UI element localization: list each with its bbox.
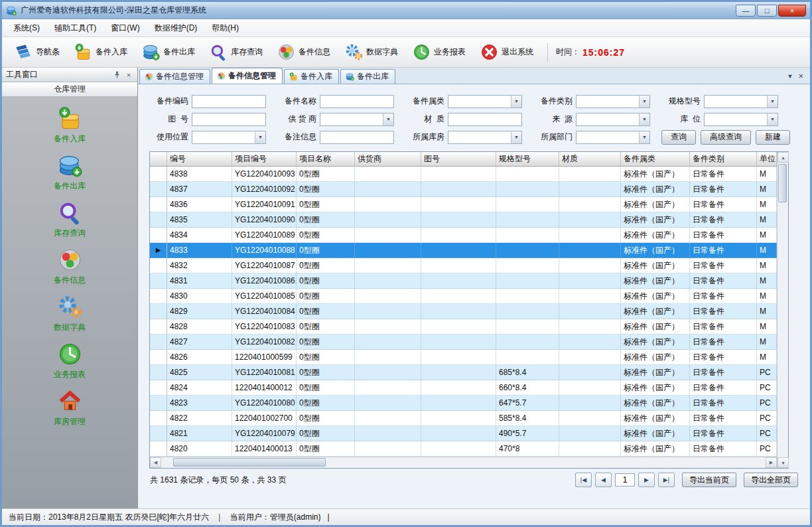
- remark-input[interactable]: [320, 131, 394, 144]
- table-row[interactable]: 4827YG122040100820型圈标准件（国产）日常备件M: [150, 335, 777, 350]
- sidebar-item-parts-in[interactable]: 备件入库: [30, 106, 109, 145]
- table-row[interactable]: 4836YG122040100910型圈标准件（国产）日常备件M: [150, 197, 777, 212]
- location-select[interactable]: ▼: [704, 113, 778, 126]
- export-current-page-button[interactable]: 导出当前页: [682, 473, 736, 487]
- toolbar-button-exit[interactable]: 退出系统: [474, 40, 539, 64]
- table-row[interactable]: 4823YG122040100800型圈647*5.7标准件（国产）日常备件PC: [150, 396, 777, 411]
- table-row[interactable]: 4832YG122040100870型圈标准件（国产）日常备件M: [150, 258, 777, 273]
- material-input[interactable]: [448, 113, 522, 126]
- prev-page-button[interactable]: ◀: [595, 473, 612, 487]
- table-row[interactable]: 4838YG122040100930型圈标准件（国产）日常备件M: [150, 167, 777, 182]
- row-indicator: [150, 228, 167, 243]
- table-row[interactable]: 4835YG122040100900型圈标准件（国产）日常备件M: [150, 212, 777, 228]
- table-row[interactable]: 4831YG122040100860型圈标准件（国产）日常备件M: [150, 273, 777, 289]
- menu-system[interactable]: 系统(S): [6, 20, 47, 37]
- grid-header-cell[interactable]: 材质: [559, 152, 621, 166]
- next-page-button[interactable]: ▶: [638, 473, 655, 487]
- use-position-select[interactable]: ▼: [192, 131, 266, 144]
- table-cell: 4828: [167, 319, 232, 335]
- sidebar-item-parts-info[interactable]: 备件信息: [30, 248, 109, 286]
- tab-list-dropdown-icon[interactable]: ▼: [787, 73, 793, 80]
- table-row[interactable]: 4837YG122040100920型圈标准件（国产）日常备件M: [150, 182, 777, 197]
- table-row[interactable]: 482412204014000120型圈660*8.4标准件（国产）日常备件PC: [150, 380, 777, 396]
- grid-header-cell[interactable]: 编号: [167, 152, 232, 166]
- table-row[interactable]: 482012204014000130型圈470*8标准件（国产）日常备件PC: [150, 441, 777, 457]
- scroll-right-icon[interactable]: ▶: [766, 457, 777, 468]
- toolbar-button-parts-in[interactable]: 备件入库: [68, 40, 133, 64]
- scroll-left-icon[interactable]: ◀: [150, 457, 161, 468]
- new-button[interactable]: 新建: [756, 130, 790, 145]
- parts-name-input[interactable]: [320, 95, 394, 108]
- tab-parts-out[interactable]: 备件出库: [340, 69, 395, 84]
- table-row[interactable]: ▶4833YG122040100880型圈标准件（国产）日常备件M: [150, 243, 777, 258]
- scroll-down-icon[interactable]: ▼: [778, 457, 789, 468]
- toolbar-button-parts-out[interactable]: 备件出库: [136, 40, 201, 64]
- grid-header-cell[interactable]: 项目名称: [297, 152, 355, 166]
- toolbar-button-nav[interactable]: 导航条: [9, 40, 66, 64]
- table-cell: [559, 289, 621, 304]
- grid-header-cell[interactable]: 单位: [757, 152, 777, 166]
- row-indicator: [150, 258, 167, 273]
- toolbar-button-data-dict[interactable]: 数据字典: [339, 40, 404, 64]
- sidebar-item-data-dict[interactable]: 数据字典: [30, 295, 109, 333]
- maximize-button[interactable]: □: [757, 5, 777, 17]
- hscroll-thumb[interactable]: [173, 458, 326, 467]
- tab-parts-in[interactable]: 备件入库: [284, 69, 339, 84]
- vertical-scrollbar[interactable]: ▲ ▼: [777, 152, 788, 468]
- menu-help[interactable]: 帮助(H): [204, 20, 246, 37]
- grid-header-cell[interactable]: 项目编号: [232, 152, 297, 166]
- menu-tools[interactable]: 辅助工具(T): [47, 20, 103, 37]
- grid-header-cell[interactable]: 备件类别: [690, 152, 757, 166]
- advanced-query-button[interactable]: 高级查询: [701, 130, 751, 145]
- parts-type-select[interactable]: ▼: [576, 95, 650, 108]
- warehouse-select[interactable]: ▼: [448, 131, 522, 144]
- source-select[interactable]: ▼: [576, 113, 650, 126]
- menu-window[interactable]: 窗口(W): [103, 20, 147, 37]
- query-button[interactable]: 查询: [661, 130, 696, 145]
- grid-header-cell[interactable]: 供货商: [355, 152, 421, 166]
- last-page-button[interactable]: ▶|: [658, 473, 675, 487]
- table-row[interactable]: 482212204010027000型圈585*8.4标准件（国产）日常备件PC: [150, 411, 777, 426]
- department-select[interactable]: ▼: [576, 131, 650, 144]
- close-button[interactable]: ×: [778, 5, 806, 17]
- grid-header-cell[interactable]: 图号: [421, 152, 496, 166]
- table-cell: M: [757, 197, 777, 212]
- toolbar-button-parts-info[interactable]: 备件信息: [271, 40, 336, 64]
- toolbar-button-stock-query[interactable]: 库存查询: [204, 40, 269, 64]
- parts-code-input[interactable]: [192, 95, 266, 108]
- table-row[interactable]: 4821YG122040100790型圈490*5.7标准件（国产）日常备件PC: [150, 426, 777, 441]
- sidebar-item-stock-query[interactable]: 库存查询: [30, 200, 109, 239]
- minimize-button[interactable]: —: [736, 5, 756, 17]
- table-row[interactable]: 482612204010005990型圈标准件（国产）日常备件M: [150, 350, 777, 365]
- pin-icon[interactable]: [112, 70, 121, 80]
- sidebar-item-parts-out[interactable]: 备件出库: [30, 153, 109, 192]
- warehouse-management-panel-title[interactable]: 仓库管理: [2, 82, 137, 97]
- sidebar-item-warehouse[interactable]: 库房管理: [30, 389, 109, 427]
- row-indicator: [150, 304, 167, 319]
- panel-close-icon[interactable]: ×: [124, 70, 133, 80]
- spec-select[interactable]: ▼: [704, 95, 778, 108]
- grid-header-cell[interactable]: 规格型号: [496, 152, 559, 166]
- horizontal-scrollbar[interactable]: ◀ ▶: [150, 457, 777, 468]
- vscroll-thumb[interactable]: [778, 164, 787, 202]
- sidebar-item-report[interactable]: 业务报表: [30, 342, 109, 380]
- app-icon: [6, 5, 17, 16]
- table-row[interactable]: 4825YG122040100810型圈685*8.4标准件（国产）日常备件PC: [150, 365, 777, 380]
- supplier-select[interactable]: ▼: [320, 113, 394, 126]
- menu-data-maintenance[interactable]: 数据维护(D): [147, 20, 205, 37]
- drawing-no-input[interactable]: [192, 113, 266, 126]
- table-row[interactable]: 4834YG122040100890型圈标准件（国产）日常备件M: [150, 228, 777, 243]
- export-all-pages-button[interactable]: 导出全部页: [744, 473, 798, 487]
- grid-header-cell[interactable]: 备件属类: [621, 152, 690, 166]
- table-row[interactable]: 4830YG122040100850型圈标准件（国产）日常备件M: [150, 289, 777, 304]
- toolbar-button-report[interactable]: 业务报表: [407, 40, 472, 64]
- table-row[interactable]: 4828YG122040100830型圈标准件（国产）日常备件M: [150, 319, 777, 335]
- tab-parts-info-management-1[interactable]: 备件信息管理: [139, 69, 210, 84]
- page-input[interactable]: [615, 473, 635, 487]
- tab-parts-info-management-2[interactable]: 备件信息管理: [212, 68, 283, 84]
- scroll-up-icon[interactable]: ▲: [778, 152, 789, 163]
- table-row[interactable]: 4829YG122040100840型圈标准件（国产）日常备件M: [150, 304, 777, 319]
- first-page-button[interactable]: |◀: [575, 473, 592, 487]
- parts-category-select[interactable]: ▼: [448, 95, 522, 108]
- tab-close-icon[interactable]: ×: [798, 71, 803, 81]
